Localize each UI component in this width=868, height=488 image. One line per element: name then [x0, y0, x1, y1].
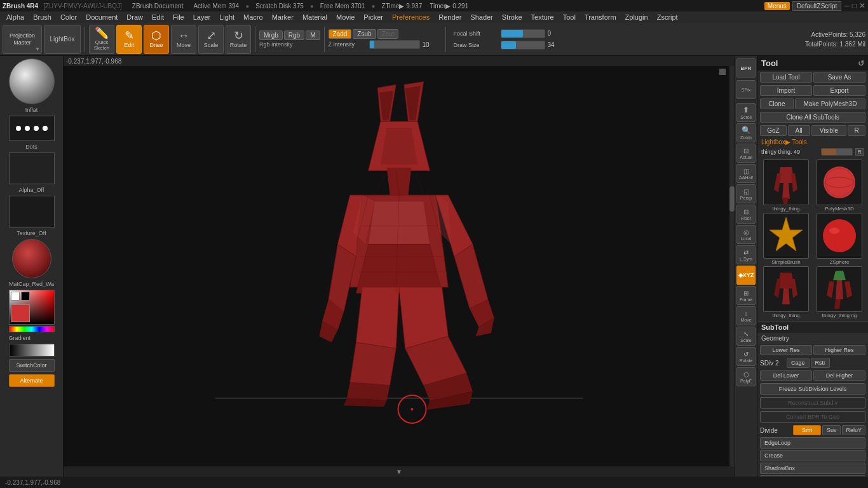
convert-bpr-button[interactable]: Convert BPR To Geo — [760, 411, 865, 423]
rgb-button[interactable]: Rgb — [284, 30, 304, 40]
menu-item-movie[interactable]: Movie — [332, 12, 358, 22]
save-as-button[interactable]: Save As — [813, 72, 865, 83]
hue-bar[interactable] — [9, 326, 55, 332]
thumb-polymesh3d[interactable]: PolyMesh3D — [813, 159, 865, 212]
switch-color-button[interactable]: SwitchColor — [9, 359, 55, 372]
zcut-button[interactable]: Zcut — [377, 29, 398, 39]
thumb-thingy-thing[interactable]: thingy_thing — [760, 159, 812, 212]
all-button[interactable]: All — [788, 125, 810, 136]
suv-button[interactable]: Suv — [822, 425, 841, 435]
menu-item-material[interactable]: Material — [299, 12, 331, 22]
make-polymesh-button[interactable]: Make PolyMesh3D — [795, 98, 865, 109]
menu-item-draw[interactable]: Draw — [123, 12, 147, 22]
claypolish-button[interactable]: ClayPolish — [760, 475, 865, 477]
rotate-button[interactable]: ↺ Rotate — [736, 347, 756, 366]
menu-item-shader[interactable]: Shader — [466, 12, 496, 22]
goz-button[interactable]: GoZ — [760, 125, 787, 136]
menu-item-document[interactable]: Document — [82, 12, 121, 22]
thumb-thingy-thing-2[interactable]: thingy_thing — [760, 266, 812, 318]
bpr-button[interactable]: BPR — [736, 58, 756, 78]
scroll-button[interactable]: ⬆ Scroll — [736, 103, 756, 122]
m-button[interactable]: M — [306, 30, 320, 40]
aahalf-button[interactable]: ◫ AAHalf — [736, 164, 756, 183]
menu-item-render[interactable]: Render — [435, 12, 465, 22]
zadd-button[interactable]: Zadd — [329, 29, 352, 39]
import-button[interactable]: Import — [760, 85, 812, 96]
canvas-content[interactable] — [64, 66, 735, 466]
thumb-zsphere[interactable]: ZSphere — [813, 213, 865, 265]
zsub-button[interactable]: Zsub — [353, 29, 376, 39]
close-icon[interactable]: ✕ — [859, 1, 865, 10]
dots-preview[interactable] — [9, 116, 55, 141]
alpha-off-preview[interactable] — [9, 152, 55, 184]
visible-button[interactable]: Visible — [811, 125, 847, 136]
floor-button[interactable]: ⊟ Floor — [736, 205, 756, 224]
lightbox-button[interactable]: LightBox — [44, 25, 81, 54]
spix-button[interactable]: SPix — [736, 80, 756, 99]
rstr-button[interactable]: Rstr — [811, 358, 831, 368]
menu-item-light[interactable]: Light — [215, 12, 238, 22]
del-higher-button[interactable]: Del Higher — [813, 370, 865, 381]
thumb-thingy-rig[interactable]: thingy_thing rig — [813, 266, 865, 318]
geometry-header[interactable]: Geometry — [757, 333, 868, 344]
shadowbox-button[interactable]: ShadowBox — [760, 463, 865, 474]
draw-size-slider[interactable] — [501, 41, 545, 50]
del-lower-button[interactable]: Del Lower — [760, 370, 812, 381]
cage-button[interactable]: Cage — [787, 358, 810, 368]
menus-button[interactable]: Menus — [764, 2, 790, 10]
menu-item-texture[interactable]: Texture — [527, 12, 558, 22]
focal-shift-slider[interactable] — [501, 29, 545, 38]
lsym-button[interactable]: ⇄ L.Sym — [736, 245, 756, 264]
menu-item-alpha[interactable]: Alpha — [3, 12, 28, 22]
reconstruct-subdiv-button[interactable]: Reconstruct Subdiv — [760, 397, 865, 409]
menu-item-layer[interactable]: Layer — [189, 12, 215, 22]
polyf-button[interactable]: ⬡ PolyF — [736, 367, 756, 386]
color-picker[interactable] — [9, 290, 55, 332]
menu-item-file[interactable]: File — [169, 12, 188, 22]
zscript-label[interactable]: DefaultZScript — [792, 1, 841, 11]
menu-item-brush[interactable]: Brush — [29, 12, 55, 22]
edgeloop-button[interactable]: EdgeLoop — [760, 437, 865, 449]
gradient-preview[interactable] — [9, 344, 55, 356]
matcap-ball[interactable] — [12, 239, 51, 278]
scale-button[interactable]: ⤢ Scale — [198, 25, 224, 54]
thingy-slider[interactable] — [821, 148, 853, 156]
move-button[interactable]: ↕ Move — [736, 306, 756, 325]
lower-res-button[interactable]: Lower Res — [760, 345, 812, 355]
actual-button[interactable]: ⊡ Actual — [736, 144, 756, 163]
quick-sketch-button[interactable]: ✏️ QuickSketch — [89, 25, 114, 54]
crease-button[interactable]: Crease — [760, 450, 865, 461]
freeze-subdiv-button[interactable]: Freeze SubDivision Levels — [760, 383, 865, 395]
clone-button[interactable]: Clone — [760, 98, 794, 109]
z-intensity-slider[interactable] — [369, 40, 420, 49]
move-button[interactable]: ↔ Move — [171, 25, 196, 54]
texture-off-preview[interactable] — [9, 196, 55, 227]
maximize-icon[interactable]: □ — [852, 1, 857, 10]
load-tool-button[interactable]: Load Tool — [760, 72, 812, 83]
draw-button[interactable]: ⬡ Draw — [144, 25, 169, 54]
menu-item-transform[interactable]: Transform — [581, 12, 620, 22]
canvas-scrollbar[interactable] — [729, 66, 735, 466]
edit-button[interactable]: ✎ Edit — [116, 25, 142, 54]
mrgb-button[interactable]: Mrgb — [259, 30, 283, 40]
menu-item-tool[interactable]: Tool — [559, 12, 580, 22]
menu-item-zplugin[interactable]: Zplugin — [621, 12, 652, 22]
menu-item-preferences[interactable]: Preferences — [388, 12, 433, 22]
scale-button[interactable]: ⤡ Scale — [736, 327, 756, 346]
r-button[interactable]: R — [848, 125, 865, 136]
menu-item-zscript[interactable]: Zscript — [653, 12, 682, 22]
export-button[interactable]: Export — [813, 85, 865, 96]
minimize-icon[interactable]: ─ — [844, 1, 850, 10]
canvas-area[interactable]: -0.237,1.977,-0.968 — [64, 56, 735, 477]
thumb-simplebrush[interactable]: SimpleBrush — [760, 213, 812, 265]
xyz-button[interactable]: ◆XYZ — [736, 266, 756, 285]
menu-item-picker[interactable]: Picker — [360, 12, 387, 22]
rotate-button[interactable]: ↻ Rotate — [226, 25, 251, 54]
reluy-button[interactable]: ReluY — [842, 425, 865, 435]
alternate-button[interactable]: Alternate — [9, 374, 55, 387]
projection-master-button[interactable]: ProjectionMaster ▼ — [3, 25, 42, 54]
frame-button[interactable]: ⊞ Frame — [736, 286, 756, 305]
higher-res-button[interactable]: Higher Res — [813, 345, 865, 355]
tool-refresh-icon[interactable]: ↺ — [858, 59, 864, 68]
persp-button[interactable]: ◱ Persp — [736, 184, 756, 203]
